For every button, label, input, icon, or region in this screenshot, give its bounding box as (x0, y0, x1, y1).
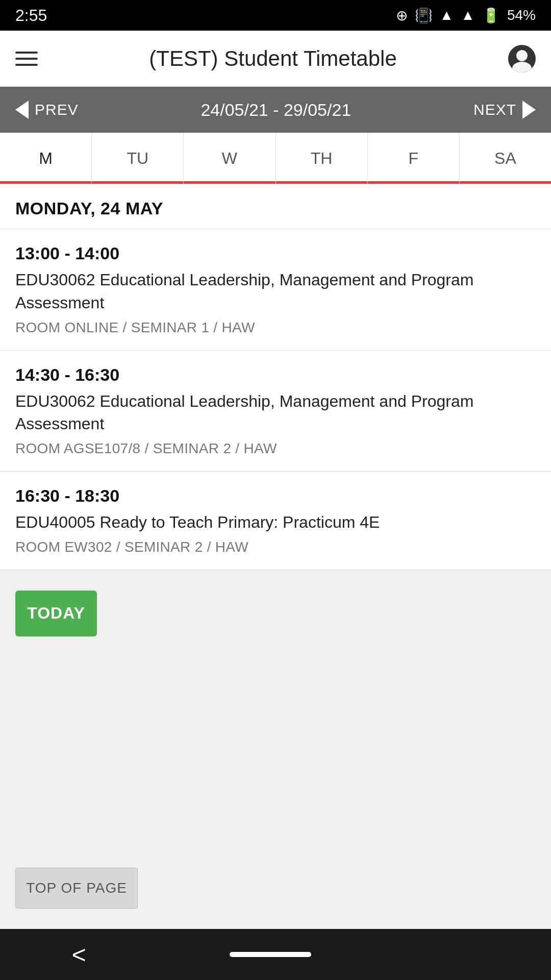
app-bar: (TEST) Student Timetable (0, 31, 551, 87)
today-button[interactable]: TODAY (15, 591, 97, 636)
prev-arrow-icon (15, 101, 29, 119)
vibrate-icon: 📳 (415, 7, 433, 24)
tab-friday[interactable]: F (368, 133, 460, 184)
schedule-item-2: 14:30 - 16:30 EDU30062 Educational Leade… (0, 351, 551, 472)
signal-icon: ▲ (461, 7, 475, 23)
schedule-item-1: 13:00 - 14:00 EDU30062 Educational Leade… (0, 229, 551, 351)
next-week-button[interactable]: NEXT (473, 101, 536, 119)
tab-saturday[interactable]: SA (460, 133, 551, 184)
top-of-page-button[interactable]: TOP OF PAGE (15, 868, 138, 909)
schedule-time-2: 14:30 - 16:30 (15, 365, 536, 385)
schedule-list: 13:00 - 14:00 EDU30062 Educational Leade… (0, 229, 551, 570)
week-navigation: PREV 24/05/21 - 29/05/21 NEXT (0, 87, 551, 133)
home-indicator[interactable] (230, 952, 311, 957)
profile-button[interactable] (508, 45, 536, 72)
next-label: NEXT (473, 101, 516, 118)
sync-icon: ⊕ (396, 7, 408, 24)
schedule-item-3: 16:30 - 18:30 EDU40005 Ready to Teach Pr… (0, 472, 551, 570)
tab-thursday[interactable]: TH (276, 133, 368, 184)
tab-wednesday[interactable]: W (184, 133, 276, 184)
schedule-name-2: EDU30062 Educational Leadership, Managem… (15, 390, 536, 436)
back-button[interactable]: < (72, 941, 86, 969)
status-bar: 2:55 ⊕ 📳 ▲ ▲ 🔋 54% (0, 0, 551, 31)
prev-label: PREV (35, 101, 79, 118)
schedule-time-3: 16:30 - 18:30 (15, 486, 536, 506)
day-tabs: M TU W TH F SA (0, 133, 551, 184)
tab-tuesday[interactable]: TU (92, 133, 184, 184)
schedule-name-1: EDU30062 Educational Leadership, Managem… (15, 268, 536, 314)
week-range: 24/05/21 - 29/05/21 (201, 100, 351, 120)
menu-button[interactable] (15, 52, 38, 66)
status-icons: ⊕ 📳 ▲ ▲ 🔋 54% (396, 7, 536, 24)
wifi-icon: ▲ (440, 7, 454, 23)
schedule-room-3: ROOM EW302 / SEMINAR 2 / HAW (15, 539, 536, 555)
schedule-time-1: 13:00 - 14:00 (15, 243, 536, 263)
day-heading: MONDAY, 24 MAY (0, 184, 551, 229)
battery-level: 54% (507, 7, 536, 23)
schedule-room-1: ROOM ONLINE / SEMINAR 1 / HAW (15, 320, 536, 336)
status-time: 2:55 (15, 6, 47, 25)
app-title: (TEST) Student Timetable (53, 46, 493, 71)
battery-icon: 🔋 (482, 7, 500, 24)
footer-area: TODAY TOP OF PAGE (0, 570, 551, 929)
tab-monday[interactable]: M (0, 133, 92, 184)
schedule-room-2: ROOM AGSE107/8 / SEMINAR 2 / HAW (15, 440, 536, 457)
prev-week-button[interactable]: PREV (15, 101, 79, 119)
schedule-name-3: EDU40005 Ready to Teach Primary: Practic… (15, 511, 536, 534)
bottom-nav-bar: < (0, 929, 551, 980)
next-arrow-icon (522, 101, 536, 119)
